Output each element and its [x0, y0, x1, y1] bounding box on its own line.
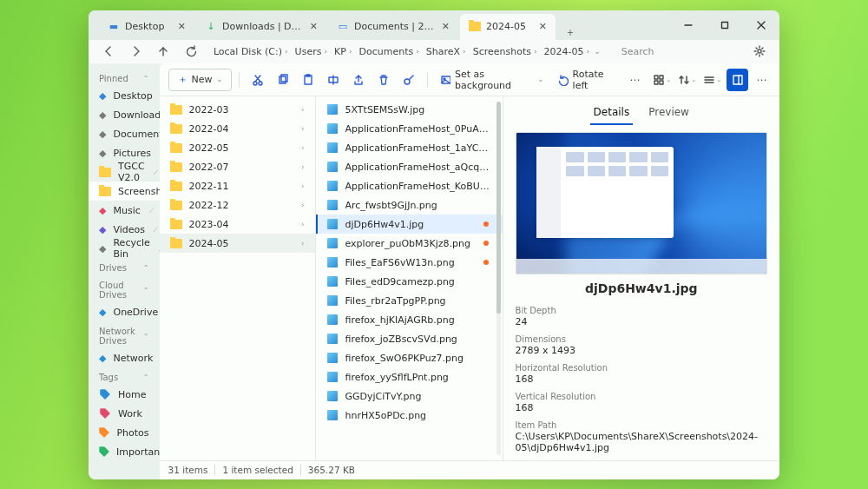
- back-button[interactable]: [97, 40, 120, 63]
- details-tab[interactable]: Details: [590, 103, 634, 125]
- new-tab-button[interactable]: ＋: [557, 25, 583, 40]
- sidebar-item[interactable]: ◆OneDrive: [89, 302, 160, 321]
- tab-downloads[interactable]: ↓ Downloads | Desktop ✕: [196, 14, 326, 40]
- folder-row[interactable]: 2023-04›: [160, 215, 315, 234]
- file-row[interactable]: firefox_SwO6PKPuz7.png: [316, 348, 503, 367]
- sidebar-item[interactable]: ◆Recycle Bin⟋: [89, 239, 160, 258]
- file-row[interactable]: ApplicationFrameHost_aQcqBMG...: [316, 157, 503, 176]
- sidebar-item[interactable]: ◆Videos⟋: [89, 220, 160, 239]
- close-icon[interactable]: ✕: [310, 21, 318, 32]
- more-actions-button[interactable]: ⋯: [626, 74, 645, 86]
- sidebar-item[interactable]: ◆Music⟋: [89, 201, 160, 220]
- sidebar-item[interactable]: ◆Pictures⟋: [89, 143, 160, 162]
- search-input[interactable]: Search: [615, 40, 744, 63]
- sidebar-tag[interactable]: Photos: [89, 423, 160, 442]
- pin-icon[interactable]: ⟋: [152, 168, 160, 176]
- breadcrumb[interactable]: ShareX›: [424, 46, 469, 57]
- file-row[interactable]: hnrHX5oPDc.png: [316, 406, 503, 425]
- preview-tab[interactable]: Preview: [645, 103, 693, 125]
- sidebar-item[interactable]: TGCC V2.0⟋: [89, 162, 160, 182]
- sidebar-tag[interactable]: Work: [89, 404, 160, 423]
- sidebar-section-header[interactable]: Drives⌃: [89, 258, 160, 275]
- close-icon[interactable]: ✕: [178, 21, 186, 32]
- minimize-button[interactable]: [670, 10, 707, 40]
- folder-row[interactable]: 2022-04›: [160, 119, 315, 138]
- delete-button[interactable]: [373, 69, 395, 91]
- breadcrumb[interactable]: KP›: [332, 46, 354, 57]
- rotate-left-button[interactable]: Rotate left: [552, 69, 621, 91]
- rename-button[interactable]: [322, 69, 344, 91]
- sidebar-item[interactable]: ◆Desktop⟋: [89, 86, 160, 105]
- refresh-button[interactable]: [180, 40, 202, 63]
- layout-button[interactable]: ⌄: [651, 69, 673, 91]
- folder-row[interactable]: 2022-11›: [160, 176, 315, 195]
- group-button[interactable]: ⌄: [701, 69, 723, 91]
- settings-button[interactable]: [748, 40, 771, 63]
- file-row[interactable]: firefox_yySflfLPnt.png: [316, 367, 503, 387]
- breadcrumb[interactable]: Screenshots›: [470, 46, 540, 57]
- address-dropdown-icon[interactable]: ⌄: [594, 47, 606, 56]
- sidebar-item[interactable]: ◆Downloads⟋: [89, 105, 160, 124]
- file-row[interactable]: Files_rbr2aTpgPP.png: [316, 291, 503, 310]
- sidebar-tag[interactable]: Home: [89, 385, 160, 404]
- sort-button[interactable]: ⌄: [676, 69, 698, 91]
- item-icon: [99, 166, 111, 178]
- pin-icon[interactable]: ⟋: [152, 225, 159, 234]
- sidebar-item[interactable]: Screenshots⟋: [89, 182, 160, 201]
- sidebar-item[interactable]: ◆Documents⟋: [89, 124, 160, 143]
- folder-row[interactable]: 2022-12›: [160, 195, 315, 215]
- file-row[interactable]: djDp6Hw4v1.jpg: [316, 215, 503, 234]
- close-icon[interactable]: ✕: [442, 21, 450, 32]
- status-size: 365.27 KB: [308, 465, 355, 475]
- file-row[interactable]: 5XTtSEMSsW.jpg: [316, 100, 503, 119]
- file-row[interactable]: firefox_hjKIAjAGRb.png: [316, 310, 503, 329]
- file-row[interactable]: Files_edD9camezp.png: [316, 272, 503, 291]
- file-row[interactable]: GGDyjCiTvY.png: [316, 387, 503, 406]
- paste-button[interactable]: [297, 69, 319, 91]
- folder-row[interactable]: 2022-07›: [160, 157, 315, 176]
- new-button[interactable]: ＋ New ⌄: [168, 69, 233, 91]
- set-background-button[interactable]: Set as background ⌄: [435, 69, 549, 91]
- close-button[interactable]: [743, 10, 779, 40]
- file-row[interactable]: Arc_fwsbt9GjJn.png: [316, 195, 503, 215]
- sidebar-section-header[interactable]: Tags⌃: [89, 367, 160, 385]
- overflow-button[interactable]: ⋯: [752, 74, 771, 86]
- breadcrumb[interactable]: Users›: [293, 46, 330, 57]
- breadcrumb[interactable]: Local Disk (C:)›: [211, 46, 291, 57]
- folder-row[interactable]: 2022-05›: [160, 138, 315, 157]
- properties-button[interactable]: [398, 69, 420, 91]
- sidebar-section-header[interactable]: Network Drives⌃: [89, 321, 160, 348]
- sidebar-tag[interactable]: Important: [89, 442, 160, 461]
- folder-row[interactable]: 2024-05›: [160, 234, 315, 253]
- image-icon: [326, 371, 339, 383]
- tab-documents[interactable]: ▭ Documents | 2024-05 ✕: [328, 14, 458, 40]
- maximize-button[interactable]: [707, 10, 743, 40]
- image-icon: [326, 409, 339, 421]
- image-icon: [326, 256, 339, 268]
- up-button[interactable]: [152, 40, 174, 63]
- tab-desktop[interactable]: ▬ Desktop ✕: [99, 14, 194, 40]
- file-row[interactable]: ApplicationFrameHost_1aYCbz1b...: [316, 138, 503, 157]
- toolbar: ＋ New ⌄ Set as background ⌄: [160, 63, 779, 96]
- close-icon[interactable]: ✕: [539, 21, 547, 32]
- pin-icon[interactable]: ⟋: [148, 206, 155, 215]
- scrollbar[interactable]: [496, 102, 501, 454]
- sidebar-section-header[interactable]: Cloud Drives⌃: [89, 275, 160, 302]
- copy-button[interactable]: [272, 69, 293, 91]
- breadcrumb[interactable]: Documents›: [356, 46, 421, 57]
- file-row[interactable]: ApplicationFrameHost_0PuA4QQ...: [316, 119, 503, 138]
- file-row[interactable]: ApplicationFrameHost_KoBUmsv...: [316, 176, 503, 195]
- breadcrumb[interactable]: 2024-05›: [542, 46, 593, 57]
- cut-button[interactable]: [247, 69, 268, 91]
- sidebar-section-header[interactable]: Pinned⌃: [89, 69, 160, 86]
- file-row[interactable]: explorer_puObM3Kjz8.png: [316, 234, 503, 253]
- share-button[interactable]: [347, 69, 369, 91]
- forward-button[interactable]: [125, 40, 148, 63]
- file-row[interactable]: Files_EaFS6vW13n.png: [316, 253, 503, 272]
- folder-row[interactable]: 2022-03›: [160, 100, 315, 119]
- sidebar-item[interactable]: ◆Network: [89, 348, 160, 367]
- address-bar[interactable]: Local Disk (C:)›Users›KP›Documents›Share…: [207, 40, 609, 63]
- tab-current[interactable]: 2024-05 ✕: [460, 14, 556, 40]
- file-row[interactable]: firefox_joZBscvSVd.png: [316, 329, 503, 348]
- details-pane-button[interactable]: [727, 69, 748, 91]
